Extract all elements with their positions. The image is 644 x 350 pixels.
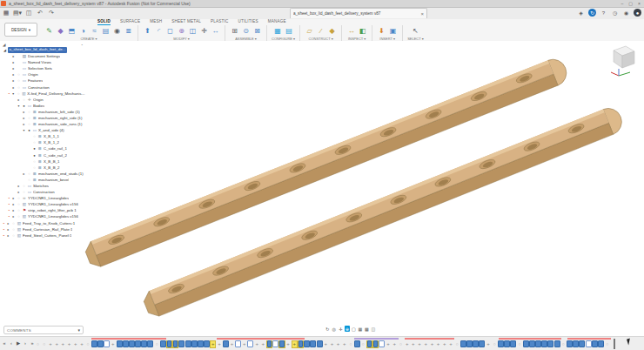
visibility-eye-icon[interactable]: ● [27,128,31,132]
visibility-eye-icon[interactable]: ○ [17,78,21,83]
step-forward-button[interactable]: › [23,340,28,346]
expand-icon[interactable]: ▸ [7,233,10,238]
fit-icon[interactable]: ▢ [351,326,357,332]
browser-item[interactable]: ▸○◼mechanism_right_side (1) [0,115,85,121]
timeline-feature-sketch[interactable] [104,340,110,348]
visibility-eye-icon[interactable]: ○ [22,190,26,194]
timeline-feature-highlighted-feature[interactable] [266,340,272,348]
visibility-eye-icon[interactable]: ○ [11,221,16,225]
timeline-feature-joint[interactable]: + [260,340,266,348]
expand-icon[interactable]: ▸ [12,208,16,212]
visibility-eye-icon[interactable]: ○ [27,116,31,120]
comments-bar[interactable]: COMMENTS ▾ [3,326,84,334]
timeline-feature-feature[interactable] [160,340,166,348]
expand-icon[interactable]: ▾ [11,91,15,96]
file-menu-icon[interactable]: ▤▾ [13,9,22,17]
tab-utilities[interactable]: UTILITIES [238,19,258,25]
timeline-feature-feature[interactable] [354,340,360,348]
timeline-feature-highlighted-feature[interactable] [372,340,379,348]
show-data-panel-icon[interactable]: ▦ [2,9,10,17]
timeline-feature-joint[interactable]: + [254,340,260,348]
visibility-eye-icon[interactable]: ○ [17,85,21,90]
redo-icon[interactable]: ↷ [47,9,56,17]
timeline-playhead[interactable] [614,339,615,349]
timeline-feature-joint[interactable]: + [404,340,410,348]
timeline-feature-feature[interactable] [523,340,529,348]
timeline-feature-component[interactable]: ○ [492,340,498,348]
browser-item[interactable]: ▸○✛Origin [0,97,85,103]
close-button[interactable]: × [638,0,641,7]
3d-viewport[interactable]: ◢ • ◢ a_sheet_box_lid_dash_feet_de... ▸▤… [0,41,644,336]
axis-icon[interactable]: ⁄ [316,26,325,36]
expand-icon[interactable]: ▸ [12,66,16,71]
timeline-feature-highlighted-feature[interactable] [278,340,285,348]
browser-item[interactable]: ○◼mechanism_bevel [0,177,85,183]
visibility-eye-icon[interactable]: ○ [22,98,26,102]
timeline-feature-joint[interactable]: + [216,340,222,348]
timeline-feature-joint[interactable]: + [66,340,72,348]
timeline-feature-joint[interactable]: + [323,340,329,348]
timeline-feature-feature[interactable] [554,340,560,348]
timeline-feature-component[interactable]: ○ [560,340,567,348]
measure-icon[interactable]: ↔ [346,26,356,36]
look-at-icon[interactable]: ◎ [332,326,338,332]
move-copy-icon[interactable]: ✛ [199,26,209,36]
visibility-eye-icon[interactable]: ○ [32,165,37,170]
timeline-feature-highlighted-feature[interactable] [298,340,304,348]
browser-item[interactable]: ▸○▭Construction [0,84,85,90]
shell-icon[interactable]: ◻ [165,26,175,36]
expand-icon[interactable]: ▸ [23,122,26,126]
timeline-feature-joint[interactable]: + [72,340,78,348]
timeline-feature-sketch[interactable] [247,340,253,348]
insert-derive-icon[interactable]: ⬇ [377,26,386,36]
joint-icon[interactable]: ⊙ [241,26,251,36]
tab-sheet-metal[interactable]: SHEET METAL [171,19,201,25]
browser-item[interactable]: ▸▭Named Views [0,59,85,65]
expand-icon[interactable]: ▸ [7,221,10,225]
browser-item[interactable]: ▸▤Document Settings [0,53,85,59]
timeline-feature-joint[interactable]: + [285,340,292,348]
visibility-eye-icon[interactable]: ● [32,153,37,158]
extrude-icon[interactable]: ⬒ [67,26,77,36]
visibility-eye-icon[interactable]: ○ [27,178,31,182]
expand-icon[interactable]: ▸ [12,60,16,64]
expand-icon[interactable]: ▸ [23,116,26,120]
loft-icon[interactable]: ▤ [101,26,111,36]
tab-mesh[interactable]: MESH [150,19,162,25]
extensions-icon[interactable]: ◈ [577,9,585,17]
timeline-feature-feature[interactable] [97,340,104,348]
timeline-feature-component[interactable]: ○ [360,340,366,348]
document-tab-close-icon[interactable]: × [420,11,424,17]
browser-item[interactable]: ●◼C_side_rail_1 [0,145,85,151]
timeline-feature-feature[interactable] [592,340,598,348]
browser-item[interactable]: ▪▸○▧Feed_Tray_to_Knob_Cutters:1 [0,220,85,226]
rigid-group-icon[interactable]: ⊠ [252,26,262,36]
save-icon[interactable]: ◫ [24,9,33,17]
timeline-feature-feature[interactable] [304,340,310,348]
timeline-feature-feature[interactable] [466,340,473,348]
visibility-eye-icon[interactable]: ● [22,104,26,108]
expand-icon[interactable]: ▸ [23,172,26,176]
expand-icon[interactable]: ▸ [12,85,16,90]
timeline-feature-feature[interactable] [504,340,510,348]
configuration-table-icon[interactable]: ▤ [285,26,294,36]
timeline-feature-feature[interactable] [91,340,97,348]
timeline-feature-joint[interactable]: + [329,340,335,348]
timeline-feature-component[interactable]: ○ [347,340,353,348]
zoom-icon[interactable]: ⊕ [345,326,351,332]
timeline-feature-joint[interactable]: + [486,340,492,348]
visibility-eye-icon[interactable]: ○ [17,214,21,219]
timeline-feature-joint[interactable]: + [241,340,247,348]
timeline-feature-feature[interactable] [535,340,541,348]
select-icon[interactable]: ↖ [411,26,420,36]
browser-item[interactable]: ▪▸○▧YYDCNR1_Linearglides v156 [0,213,85,219]
timeline-feature-feature[interactable] [510,340,516,348]
root-document-name[interactable]: a_sheet_box_lid_dash_feet_de... [8,47,68,52]
visibility-eye-icon[interactable]: ○ [27,122,31,126]
decal-icon[interactable]: ▣ [388,26,398,36]
timeline-feature-joint[interactable]: + [335,340,341,348]
visibility-eye-icon[interactable]: ○ [11,233,16,238]
tab-manage[interactable]: MANAGE [268,19,286,25]
timeline-feature-feature[interactable] [123,340,129,348]
thread-icon[interactable]: ≣ [124,26,133,36]
